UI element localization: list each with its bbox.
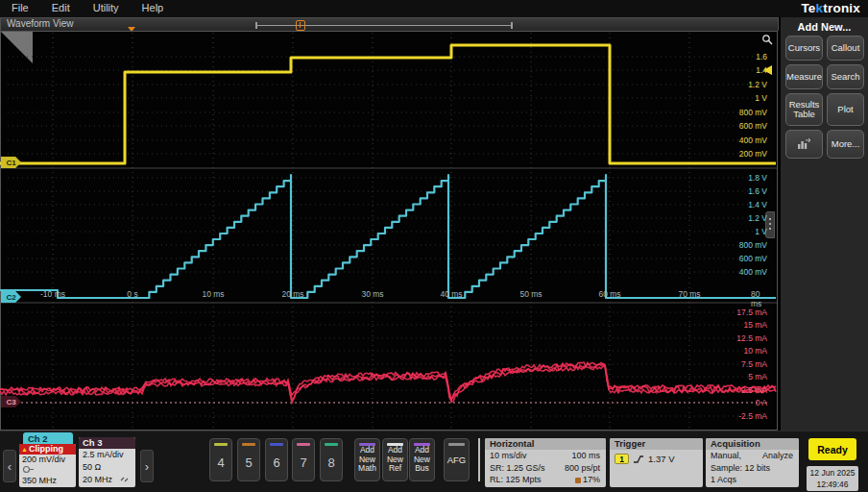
horizontal-value: SR: 1.25 GS/s: [490, 462, 545, 475]
button-color-stripe: [414, 443, 430, 446]
channel-color-stripe: [214, 443, 228, 446]
cursors-button[interactable]: Cursors: [785, 36, 823, 61]
button-label-line: Math: [358, 464, 376, 474]
y-axis-label: 1.2 V: [748, 80, 767, 89]
acquisition-header: Acquisition: [706, 438, 799, 450]
menu-file[interactable]: File: [12, 2, 29, 13]
add-new-math-button[interactable]: AddNewMath: [354, 438, 380, 481]
magnifier-icon[interactable]: [761, 34, 774, 46]
button-color-stripe: [359, 443, 375, 446]
menu-bar: FileEditUtilityHelp Tektronix: [0, 0, 868, 17]
time-axis-label: 20 ms: [281, 289, 303, 299]
y-axis-label: 1.4: [756, 65, 767, 75]
y-axis-label: 0 A: [756, 398, 767, 407]
callout-button[interactable]: Callout: [827, 36, 864, 61]
acq-sample: Sample: 12 bits: [711, 462, 770, 475]
channel-color-stripe: [270, 443, 283, 446]
y-axis-label: 1 V: [755, 93, 767, 103]
y-axis-label: 1.6 V: [748, 186, 767, 196]
ch2-scale: 200 mV/div: [19, 455, 76, 465]
time-axis-label: -10 ms: [40, 289, 65, 299]
waveform-plot-area[interactable]: C1 C2 C3 1.61.41.2 V1 V800 mV600 mV400 m…: [0, 31, 778, 430]
time-axis-label: 80 ms: [751, 289, 768, 308]
trigger-level: 1.37 V: [648, 454, 674, 464]
histogram-tool-button[interactable]: [785, 130, 823, 159]
channel-color-stripe: [242, 443, 255, 446]
add-new-header: Add New...: [781, 21, 868, 33]
histogram-icon: [796, 137, 812, 151]
horizontal-value: 100 ms: [571, 450, 600, 462]
button-label-line: Bus: [415, 464, 429, 474]
channel-3-card[interactable]: Ch 3 2.5 mA/div 50 Ω 20 MHz: [79, 437, 135, 487]
channel-number: 4: [210, 455, 231, 470]
menu-help[interactable]: Help: [142, 2, 164, 13]
datetime-display: 12 Jun 2025 12:49:46: [807, 466, 858, 491]
ch2-bandwidth: 350 MHz: [19, 476, 76, 486]
warning-icon: ▲: [21, 446, 28, 453]
clipping-warning: ▲Clipping: [19, 444, 76, 455]
acq-count: 1 Acqs: [711, 474, 736, 486]
plot-button[interactable]: Plot: [827, 93, 864, 126]
channel-color-stripe: [297, 443, 310, 446]
probe-icon: [19, 465, 76, 476]
channel-4-button[interactable]: 4: [209, 438, 232, 481]
time-axis-label: 10 ms: [202, 289, 224, 299]
ch3-scale: 2.5 mA/div: [79, 449, 135, 461]
add-new-sidebar: Add New... CursorsCalloutMeasureSearchRe…: [780, 17, 868, 430]
channel-2-card[interactable]: ▲Clipping 200 mV/div 350 MHz: [19, 444, 76, 487]
add-new-bus-button[interactable]: AddNewBus: [409, 438, 435, 481]
channel-number: 7: [293, 455, 314, 470]
y-axis-label: 600 mV: [739, 254, 767, 263]
trigger-panel[interactable]: Trigger 1 1.37 V: [610, 438, 703, 487]
y-axis-label: 200 mV: [739, 149, 767, 159]
more--button[interactable]: More...: [827, 130, 864, 159]
channel-5-button[interactable]: 5: [237, 438, 260, 481]
waveform-canvas[interactable]: [0, 31, 778, 430]
waveform-view-title: Waveform View: [7, 18, 73, 29]
ready-status-button[interactable]: Ready: [808, 438, 856, 460]
date: 12 Jun 2025: [807, 467, 858, 479]
y-axis-label: 800 mV: [739, 108, 767, 117]
menu-edit[interactable]: Edit: [52, 2, 70, 13]
trigger-source-badge: 1: [615, 454, 629, 464]
y-axis-label: 7.5 mA: [741, 359, 767, 369]
slider-left-bracket: [255, 22, 257, 29]
acq-analyze: Analyze: [762, 450, 793, 462]
horizontal-header: Horizontal: [485, 438, 606, 450]
acquisition-panel[interactable]: Acquisition Manual,Analyze Sample: 12 bi…: [706, 438, 799, 487]
y-axis-label: 1 V: [755, 227, 767, 236]
channel-8-button[interactable]: 8: [320, 438, 343, 481]
menu-utility[interactable]: Utility: [93, 2, 119, 13]
channel-number: 5: [238, 455, 259, 470]
slider-right-bracket: [511, 22, 513, 29]
afg-label: AFG: [447, 455, 467, 465]
trigger-position-slider-marker[interactable]: [296, 20, 305, 31]
dynamic-icon: [119, 475, 130, 482]
horizontal-value: 800 ps/pt: [565, 462, 600, 475]
time-axis-label: 70 ms: [678, 289, 700, 299]
search-button[interactable]: Search: [827, 64, 864, 89]
channel-6-button[interactable]: 6: [265, 438, 288, 481]
measure-button[interactable]: Measure: [785, 64, 823, 89]
ch3-bandwidth: 20 MHz: [79, 474, 135, 486]
horizontal-panel[interactable]: Horizontal 10 ms/div100 msSR: 1.25 GS/s8…: [485, 438, 606, 487]
y-axis-label: 17.5 mA: [736, 308, 767, 317]
y-axis-label: 1.6: [756, 52, 767, 62]
time-axis-label: 60 ms: [598, 289, 620, 299]
scroll-right-chevron[interactable]: ›: [140, 450, 154, 482]
trigger-header: Trigger: [610, 438, 703, 450]
settings-bar: ‹ › Ch 2 ▲Clipping 200 mV/div 350 MHz Ch…: [0, 430, 868, 492]
scroll-left-chevron[interactable]: ‹: [3, 450, 16, 482]
rising-edge-icon: [633, 455, 644, 464]
y-axis-label: 400 mV: [739, 267, 767, 277]
channel-7-button[interactable]: 7: [292, 438, 315, 481]
button-label-line: Ref: [389, 464, 401, 474]
time: 12:49:46: [807, 479, 858, 490]
afg-button[interactable]: AFG: [444, 438, 470, 481]
y-axis-label: 600 mV: [739, 121, 767, 131]
time-axis-label: 30 ms: [361, 289, 383, 299]
results-table-button[interactable]: Results Table: [785, 93, 823, 126]
oscilloscope-app: FileEditUtilityHelp Tektronix Waveform V…: [0, 0, 868, 492]
button-color-stripe: [448, 443, 465, 446]
add-new-ref-button[interactable]: AddNewRef: [382, 438, 408, 481]
